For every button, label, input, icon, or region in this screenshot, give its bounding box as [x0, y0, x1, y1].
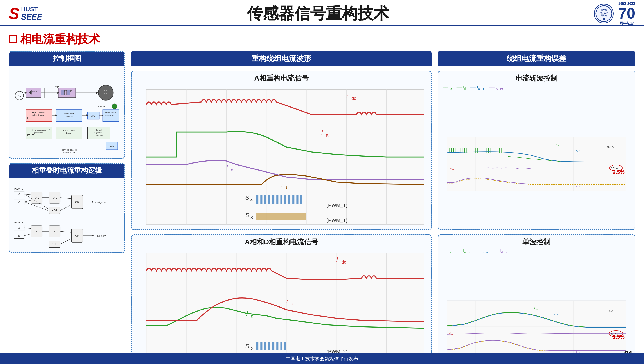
svg-rect-130 — [288, 194, 290, 204]
svg-text:i: i — [321, 129, 323, 136]
svg-text:control board: control board — [64, 152, 75, 154]
svg-text:AND: AND — [34, 196, 40, 199]
chart2-svg: i dc i d i a S 2 (PWM_2 — [136, 250, 426, 364]
svg-text:regulation: regulation — [94, 132, 103, 134]
svg-text:a: a — [291, 301, 294, 306]
svg-rect-16 — [61, 90, 64, 95]
svg-text:0.8 A: 0.8 A — [607, 309, 613, 312]
svg-text:s2: s2 — [18, 227, 20, 230]
svg-text:2: 2 — [250, 346, 253, 351]
control-diagram-content: AC Rectifier C Converter — [10, 66, 124, 158]
svg-text:a: a — [326, 132, 328, 138]
error-chart1-svg: i a i a_re 0.8 A e ia — [443, 93, 630, 230]
header-right-logos: 电气与 电子工程 师学会 1952-2022 70 周年纪念 — [594, 2, 635, 26]
svg-text:S: S — [246, 212, 249, 218]
svg-text:dSPACE-DS1006: dSPACE-DS1006 — [62, 149, 76, 151]
svg-text:师学会: 师学会 — [601, 14, 607, 17]
svg-text:Phase current: Phase current — [105, 112, 116, 114]
logo-seee: SEEE — [21, 13, 42, 22]
svg-text:i: i — [574, 350, 574, 353]
error-chart2-svg: i a i a_re 0.8 A e ia — [443, 257, 630, 364]
svg-text:XOR: XOR — [52, 209, 58, 212]
control-diagram-header: 控制框图 — [10, 52, 124, 66]
svg-line-95 — [24, 228, 31, 228]
svg-line-74 — [24, 200, 31, 202]
svg-text:dc: dc — [342, 260, 346, 264]
svg-text:0.8 A: 0.8 A — [607, 145, 614, 148]
svg-rect-132 — [296, 194, 298, 204]
svg-text:i: i — [286, 298, 288, 305]
svg-text:i: i — [534, 307, 535, 310]
control-block-svg: AC Rectifier C Converter — [13, 69, 121, 154]
svg-rect-161 — [276, 342, 278, 350]
svg-text:XOR: XOR — [52, 242, 58, 246]
error-title-2: 单波控制 — [438, 235, 634, 248]
svg-rect-131 — [292, 194, 294, 204]
svg-text:s8: s8 — [18, 235, 20, 237]
svg-text:e: e — [450, 167, 452, 170]
svg-text:D/A: D/A — [110, 144, 114, 147]
svg-text:b: b — [286, 185, 288, 190]
svg-rect-122 — [256, 194, 258, 204]
error-chart-1: i a i a_re 0.8 A e ia — [438, 91, 634, 230]
svg-text:i: i — [282, 182, 283, 188]
svg-text:controller: controller — [94, 134, 102, 136]
anniversary-badge: 1952-2022 70 周年纪念 — [618, 2, 635, 26]
svg-line-96 — [24, 234, 31, 236]
right-section-header: 绕组电流重构误差 — [438, 51, 635, 66]
legend-2: ── ia ── iu_re ── ia_re ── id_re — [438, 248, 634, 255]
error-chart-2: i a i a_re 0.8 A e ia — [438, 255, 634, 364]
svg-rect-126 — [272, 194, 274, 204]
svg-rect-133 — [300, 194, 302, 204]
svg-text:OR: OR — [75, 201, 79, 204]
svg-text:ia: ia — [452, 168, 454, 170]
svg-text:(PWM_1): (PWM_1) — [326, 217, 348, 223]
svg-text:C: C — [42, 84, 43, 87]
svg-rect-157 — [260, 342, 262, 350]
footer-text: 中国电工技术学会新媒体平台发布 — [286, 356, 358, 362]
error-box-2: 单波控制 ── ia ── iu_re ── ia_re ── id_re — [438, 234, 635, 364]
svg-text:PWM_1: PWM_1 — [14, 188, 23, 190]
svg-text:d_re: d_re — [576, 185, 580, 188]
svg-text:a_re: a_re — [576, 150, 580, 152]
logo-s-icon: S — [9, 6, 19, 22]
middle-column: 重构绕组电流波形 A相重构电流信号 — [131, 51, 432, 364]
svg-text:Current: Current — [96, 129, 102, 131]
svg-text:a: a — [536, 308, 538, 310]
svg-text:AND: AND — [34, 230, 40, 233]
svg-rect-162 — [280, 342, 282, 350]
svg-rect-123 — [260, 194, 262, 204]
svg-text:a_re: a_re — [554, 313, 558, 316]
logic-diagram-header: 相重叠时电流重构逻辑 — [10, 164, 124, 178]
svg-text:Switching signals: Switching signals — [32, 129, 46, 131]
svg-text:i: i — [556, 143, 557, 146]
svg-rect-156 — [256, 342, 258, 350]
svg-text:SRM: SRM — [104, 92, 108, 95]
error-title-1: 电流斩波控制 — [438, 71, 634, 84]
svg-text:→ s8_new: → s8_new — [94, 201, 106, 204]
svg-text:pulses injection: pulses injection — [32, 114, 46, 116]
header: S HUST SEEE 传感器信号重构技术 电气与 电子工程 师学会 1952-… — [0, 0, 644, 26]
ieee-logo: 电气与 电子工程 师学会 — [594, 4, 614, 24]
logic-svg: PWM_1 s2 s8 AND AND XOR — [13, 181, 121, 249]
svg-rect-159 — [268, 342, 270, 350]
svg-text:8/6: 8/6 — [104, 89, 107, 92]
svg-text:i: i — [574, 148, 574, 151]
svg-text:S: S — [246, 343, 249, 350]
svg-rect-129 — [284, 194, 286, 204]
svg-text:AC: AC — [18, 94, 21, 97]
waveform-title-2: A相和D相重构电流信号 — [132, 235, 431, 248]
title-square-icon — [9, 35, 17, 43]
svg-text:A/D: A/D — [91, 114, 96, 117]
middle-section-header: 重构绕组电流波形 — [131, 51, 432, 66]
svg-line-99 — [60, 239, 71, 244]
logic-diagram-box: 相重叠时电流重构逻辑 PWM_1 s2 s8 AND — [9, 163, 125, 253]
svg-text:电气与: 电气与 — [601, 9, 607, 12]
svg-text:d: d — [468, 178, 470, 180]
section-title: 相电流重构技术 — [9, 32, 635, 47]
legend-1: ── ia ── id ── ia_re ── id_re — [438, 84, 634, 91]
svg-rect-17 — [66, 90, 70, 95]
svg-text:reconstruction: reconstruction — [105, 114, 116, 116]
svg-text:a: a — [558, 144, 559, 147]
svg-line-77 — [60, 205, 71, 210]
